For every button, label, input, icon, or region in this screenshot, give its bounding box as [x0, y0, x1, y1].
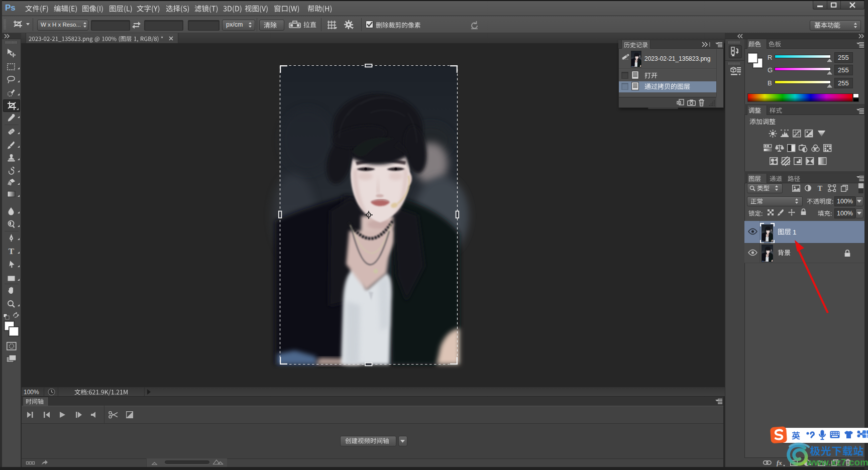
svg-text:T: T [818, 185, 823, 192]
svg-text:Ps: Ps [5, 3, 16, 13]
svg-text:fx: fx [777, 459, 782, 466]
svg-text:T: T [9, 247, 15, 256]
